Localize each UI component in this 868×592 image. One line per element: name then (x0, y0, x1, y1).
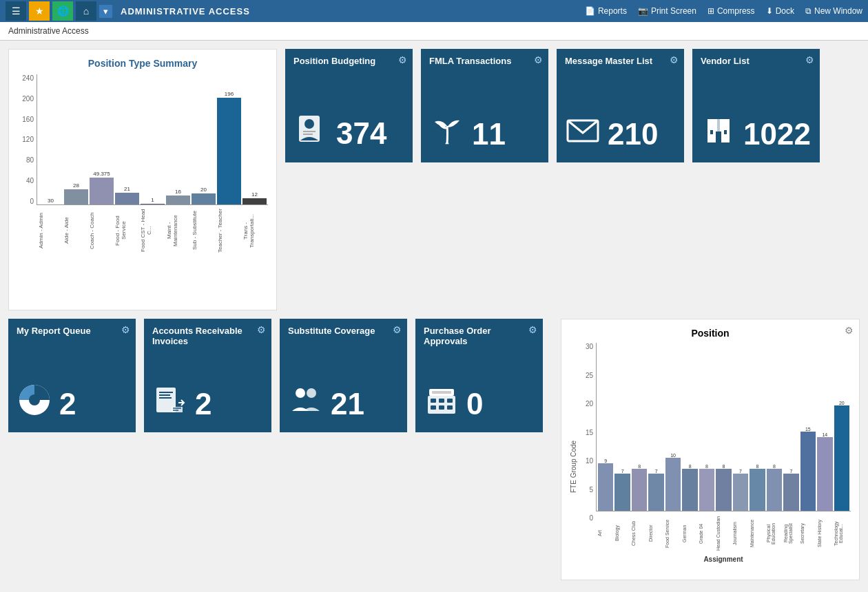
tile-header-report-queue: My Report Queue (17, 326, 127, 336)
svg-point-17 (296, 388, 305, 398)
tile-body-fmla: 11 (429, 112, 540, 156)
message-master-list-tile[interactable]: ⚙ Message Master List 210 (557, 49, 684, 162)
svg-rect-14 (159, 392, 173, 393)
gear-icon[interactable]: ⚙ (805, 54, 814, 65)
bar-coach (90, 178, 114, 204)
gear-icon[interactable]: ⚙ (528, 324, 537, 335)
gear-icon[interactable]: ⚙ (257, 324, 266, 335)
bar-group-coach: 49.375 (90, 171, 114, 204)
print-screen-icon: 📷 (638, 6, 648, 16)
tile-body-sub-coverage: 21 (288, 382, 399, 425)
bars-wrapper: 30 28 49.375 (37, 74, 268, 205)
bar-maintenance: 8 (750, 464, 765, 511)
bar-food-service: 10 (665, 453, 681, 511)
top-row: Position Type Summary 240 200 160 120 80… (8, 49, 860, 310)
svg-rect-2 (303, 131, 316, 132)
bar-journalism: 7 (733, 469, 748, 511)
substitute-coverage-tile[interactable]: ⚙ Substitute Coverage 21 (280, 319, 407, 432)
compress-icon: ⊞ (707, 6, 714, 16)
tile-body-ar: 2 (152, 382, 263, 425)
bar-group-food: 21 (115, 186, 139, 204)
svg-rect-9 (724, 130, 727, 134)
position-chart-gear-icon[interactable]: ⚙ (845, 325, 854, 336)
pie-chart-icon (17, 382, 52, 425)
svg-rect-16 (159, 397, 172, 399)
tile-number-sub-coverage: 21 (331, 387, 364, 421)
tile-number-fmla: 11 (472, 117, 506, 151)
bar-secretary: 15 (800, 427, 816, 511)
tile-header-po: Purchase Order Approvals (424, 326, 535, 346)
bar-technology-education: 20 (834, 401, 849, 511)
bottom-tiles-group: ⚙ My Report Queue 2 ⚙ (8, 319, 552, 432)
bar-german: 8 (682, 464, 697, 511)
bar-aide (64, 189, 88, 204)
svg-rect-8 (710, 130, 713, 134)
page-title: ADMINISTRATIVE ACCESS (121, 6, 585, 17)
dock-icon: ⬇ (766, 6, 773, 16)
breadcrumb: Administrative Access (0, 22, 868, 41)
main-content: Position Type Summary 240 200 160 120 80… (0, 41, 868, 589)
gear-icon[interactable]: ⚙ (670, 54, 679, 65)
gear-icon[interactable]: ⚙ (121, 324, 130, 335)
bar-teacher (217, 98, 241, 204)
x-axis-labels: Admin - Admin Aide - Aide Coach - Coach … (37, 205, 268, 253)
svg-rect-19 (428, 396, 455, 414)
bar-group-teacher: 196 (217, 91, 241, 204)
favorites-btn[interactable]: ★ (29, 1, 50, 21)
position-chart-card: ⚙ Position FTE Group Code 30 25 20 15 10… (561, 319, 860, 580)
top-tiles-grid: ⚙ Position Budgeting 374 (285, 49, 820, 162)
invoice-icon (152, 382, 188, 425)
gear-icon[interactable]: ⚙ (398, 54, 407, 65)
bar-group-aide: 28 (64, 182, 88, 204)
new-window-icon: ⧉ (805, 6, 812, 16)
vendor-list-tile[interactable]: ⚙ Vendor List 1022 (692, 49, 820, 162)
svg-point-12 (29, 394, 40, 405)
bar-sub (192, 193, 216, 204)
nav-dropdown-btn[interactable]: ▾ (99, 5, 112, 18)
tile-number-ar: 2 (195, 387, 211, 421)
accounts-receivable-tile[interactable]: ⚙ Accounts Receivable Invoices (144, 319, 271, 432)
compress-action[interactable]: ⊞ Compress (707, 6, 755, 16)
cash-register-icon (424, 382, 459, 425)
svg-point-18 (307, 388, 316, 398)
bar-state-history: 14 (817, 432, 832, 511)
nav-right-actions: 📄 Reports 📷 Print Screen ⊞ Compress ⬇ Do… (585, 6, 862, 16)
purchase-order-tile[interactable]: ⚙ Purchase Order Approvals (415, 319, 543, 432)
fmla-transactions-tile[interactable]: ⚙ FMLA Transactions 11 (421, 49, 548, 162)
bar-maint (166, 195, 190, 204)
dock-action[interactable]: ⬇ Dock (766, 6, 794, 16)
gear-icon[interactable]: ⚙ (534, 54, 543, 65)
hamburger-btn[interactable]: ☰ (6, 1, 26, 21)
globe-btn[interactable]: 🌐 (52, 1, 73, 21)
bars-area: 30 28 49.375 (37, 74, 268, 253)
building-icon (701, 112, 736, 156)
tile-header-vendor: Vendor List (701, 56, 812, 66)
tile-body-vendor: 1022 (701, 112, 812, 156)
tile-body-report-queue: 2 (17, 382, 127, 425)
my-report-queue-tile[interactable]: ⚙ My Report Queue 2 (8, 319, 136, 432)
new-window-action[interactable]: ⧉ New Window (805, 6, 862, 16)
bar-biology: 7 (614, 469, 630, 511)
bar-group-admin: 30 (39, 198, 63, 204)
person-document-icon (293, 112, 329, 156)
tile-body-message: 210 (565, 112, 676, 156)
svg-rect-3 (303, 134, 313, 135)
svg-rect-24 (439, 405, 444, 410)
home-btn[interactable]: ⌂ (76, 1, 96, 21)
chart-title: Position Type Summary (17, 58, 268, 69)
position-type-summary-card: Position Type Summary 240 200 160 120 80… (8, 49, 277, 310)
tile-number-report-queue: 2 (59, 387, 76, 421)
print-screen-action[interactable]: 📷 Print Screen (638, 6, 696, 16)
position-chart-title: Position (570, 328, 851, 339)
svg-point-1 (304, 119, 314, 129)
position-budgeting-tile[interactable]: ⚙ Position Budgeting 374 (285, 49, 413, 162)
bar-chess-club: 8 (632, 464, 647, 511)
bottom-row: ⚙ My Report Queue 2 ⚙ (8, 319, 860, 580)
reports-action[interactable]: 📄 Reports (585, 6, 627, 16)
x-axis-title: Assignment (596, 556, 851, 563)
gear-icon[interactable]: ⚙ (393, 324, 402, 335)
tile-header-ar: Accounts Receivable Invoices (152, 326, 263, 346)
svg-rect-23 (431, 405, 436, 410)
pos-bars-wrapper: 9 7 8 (596, 343, 851, 511)
bar-grade04: 8 (699, 464, 714, 511)
